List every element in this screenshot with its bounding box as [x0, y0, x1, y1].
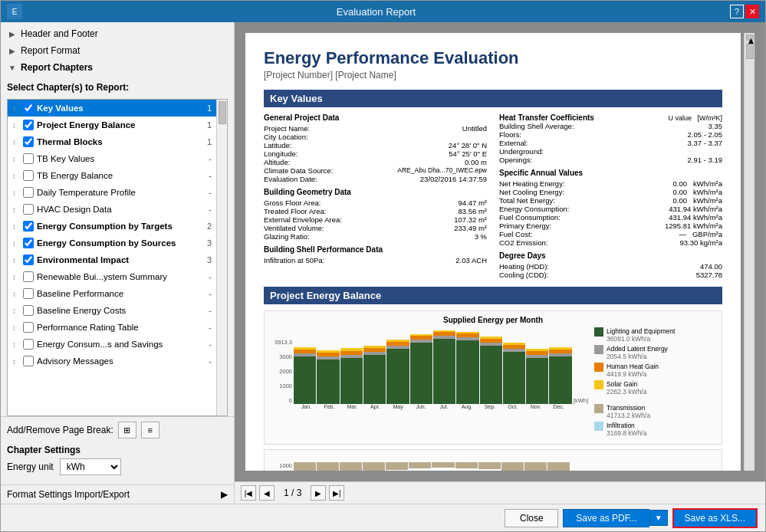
chapter-item-energy-savings[interactable]: ↕ Energy Consum...s and Savings -: [8, 336, 216, 353]
drag-handle: ↕: [12, 357, 21, 366]
chapter-item-environmental[interactable]: ↕ Environmental Impact 3: [8, 251, 216, 268]
tree-item-report-chapters[interactable]: ▼ Report Chapters: [1, 59, 234, 76]
chapter-num-daily-temp: -: [202, 188, 212, 197]
format-settings-bar[interactable]: Format Settings Import/Export ▶: [1, 484, 234, 504]
drag-handle: ↕: [12, 104, 21, 113]
chapter-label-tb-energy-balance: TB Energy Balance: [37, 171, 202, 180]
chapter-item-energy-targets[interactable]: ↕ Energy Consumption by Targets 2: [8, 218, 216, 235]
chart-main: 3913.3 3000 2000 1000 0: [269, 327, 588, 439]
chapter-check-energy-sources[interactable]: [23, 238, 34, 248]
chapter-item-tb-key-values[interactable]: ↕ TB Key Values -: [8, 150, 216, 167]
energy-unit-label: Energy unit: [7, 461, 54, 472]
chart-legend: Lighting and Equipment36091.0 kWh/a Adde…: [594, 327, 717, 439]
tree-arrow-report-format: ▶: [7, 45, 18, 56]
close-button[interactable]: Close: [505, 509, 558, 527]
nav-last-btn[interactable]: ▶|: [329, 485, 344, 501]
chapter-check-environmental[interactable]: [23, 255, 34, 265]
main-content: ▶ Header and Footer ▶ Report Format ▼ Re…: [1, 22, 765, 504]
chapter-label-energy-targets: Energy Consumption by Targets: [37, 222, 202, 231]
chapter-label-energy-savings: Energy Consum...s and Savings: [37, 340, 202, 349]
scrollbar-thumb[interactable]: [219, 101, 226, 124]
geometry-title: Building Geometry Data: [264, 188, 487, 196]
chapter-check-key-values[interactable]: [23, 103, 34, 113]
chapter-item-project-energy-balance[interactable]: ↕ Project Energy Balance 1: [8, 117, 216, 133]
chapter-item-advisory[interactable]: ↕ Advisory Messages -: [8, 353, 216, 369]
save-xls-button[interactable]: Save as XLS...: [672, 508, 758, 528]
chapter-check-energy-targets[interactable]: [23, 221, 34, 232]
tree-label-report-format: Report Format: [21, 45, 80, 56]
chapter-num-perf-rating: -: [202, 323, 212, 332]
chapter-check-project-energy-balance[interactable]: [23, 120, 34, 130]
chapter-check-energy-savings[interactable]: [23, 339, 34, 350]
tree-item-header-footer[interactable]: ▶ Header and Footer: [1, 25, 234, 42]
close-button[interactable]: ✕: [745, 5, 759, 18]
chapter-item-tb-energy-balance[interactable]: ↕ TB Energy Balance -: [8, 167, 216, 184]
chapter-check-hvac[interactable]: [23, 204, 34, 215]
heat-transfer-title: Heat Transfer Coefficients: [499, 113, 594, 122]
chapter-item-perf-rating[interactable]: ↕ Performance Rating Table -: [8, 319, 216, 336]
report-scrollbar[interactable]: ▲: [744, 33, 754, 471]
drag-handle: ↕: [12, 138, 21, 146]
chart-main-2: 1000 0: [269, 455, 588, 471]
y-axis-right: [kWh]: [572, 339, 588, 404]
app-icon: E: [7, 4, 22, 19]
chapter-num-energy-sources: 3: [202, 238, 212, 248]
report-title: Energy Performance Evaluation: [264, 48, 722, 68]
tree-label-report-chapters: Report Chapters: [21, 62, 93, 73]
chapter-num-key-values: 1: [202, 103, 212, 113]
save-pdf-button[interactable]: Save as PDF...: [563, 509, 649, 527]
chapter-item-key-values[interactable]: ↕ Key Values 1: [8, 100, 216, 117]
drag-handle: ↕: [12, 155, 21, 163]
tree-arrow-report-chapters: ▼: [7, 62, 18, 73]
tree-label-header-footer: Header and Footer: [21, 28, 98, 39]
help-button[interactable]: ?: [730, 5, 744, 18]
save-pdf-dropdown[interactable]: ▼: [649, 510, 668, 526]
nav-prev-btn[interactable]: ◀: [259, 485, 275, 501]
title-bar-controls: ? ✕: [730, 5, 759, 18]
chapter-check-tb-energy-balance[interactable]: [23, 170, 34, 181]
chapter-check-baseline-costs[interactable]: [23, 305, 34, 316]
report-page: Energy Performance Evaluation [Project N…: [245, 33, 741, 471]
specific-annual-title: Specific Annual Values: [499, 169, 722, 177]
drag-handle: ↕: [12, 222, 21, 231]
chapter-check-perf-rating[interactable]: [23, 322, 34, 333]
chapter-check-tb-key-values[interactable]: [23, 153, 34, 164]
nav-next-btn[interactable]: ▶: [311, 485, 326, 501]
chapter-check-daily-temp[interactable]: [23, 187, 34, 198]
format-settings-arrow: ▶: [221, 489, 228, 500]
energy-unit-select[interactable]: kWh MWh GJ: [60, 458, 121, 475]
energy-unit-row: Energy unit kWh MWh GJ: [7, 458, 228, 475]
chapter-label-key-values: Key Values: [37, 103, 202, 113]
chapter-check-advisory[interactable]: [23, 356, 34, 366]
add-page-break-btn[interactable]: ⊞: [118, 422, 136, 438]
left-panel-inner: Select Chapter(s) to Report: ↕ Key Value…: [1, 79, 234, 484]
chapter-item-renewable[interactable]: ↕ Renewable Bui...ystem Summary -: [8, 268, 216, 285]
chapter-label-energy-sources: Energy Consumption by Sources: [37, 238, 202, 248]
chapter-item-daily-temp[interactable]: ↕ Daily Temperature Profile -: [8, 184, 216, 201]
chapter-label-baseline-perf: Baseline Performance: [37, 289, 202, 298]
y-axis: 3913.3 3000 2000 1000 0: [269, 339, 294, 404]
nav-first-btn[interactable]: |◀: [241, 485, 256, 501]
drag-handle: ↕: [12, 121, 21, 130]
bar-jan: [294, 347, 316, 404]
chapter-item-thermal-blocks[interactable]: ↕ Thermal Blocks 1: [8, 133, 216, 150]
general-data-title: General Project Data: [264, 113, 487, 122]
bar-jun: [410, 334, 432, 404]
drag-handle: ↕: [12, 340, 21, 349]
remove-page-break-btn[interactable]: ≡: [141, 422, 159, 438]
chapter-item-energy-sources[interactable]: ↕ Energy Consumption by Sources 3: [8, 235, 216, 251]
shell-title: Building Shell Performance Data: [264, 245, 487, 254]
tree-item-report-format[interactable]: ▶ Report Format: [1, 42, 234, 59]
chapter-num-tb-energy-balance: -: [202, 171, 212, 180]
chapter-check-thermal-blocks[interactable]: [23, 136, 34, 147]
chapter-item-baseline-costs[interactable]: ↕ Baseline Energy Costs -: [8, 302, 216, 319]
chapter-item-baseline-perf[interactable]: ↕ Baseline Performance -: [8, 285, 216, 302]
add-page-break-label: Add/Remove Page Break:: [7, 425, 113, 435]
chapter-check-renewable[interactable]: [23, 271, 34, 282]
format-settings-label: Format Settings Import/Export: [7, 489, 130, 500]
chart-container: 3913.3 3000 2000 1000 0: [269, 327, 717, 439]
scrollbar-track[interactable]: [216, 100, 227, 415]
chapter-check-baseline-perf[interactable]: [23, 288, 34, 299]
general-data-section: General Project Data Project Name:Untitl…: [264, 113, 487, 279]
chapter-item-hvac[interactable]: ↕ HVAC Design Data -: [8, 201, 216, 218]
